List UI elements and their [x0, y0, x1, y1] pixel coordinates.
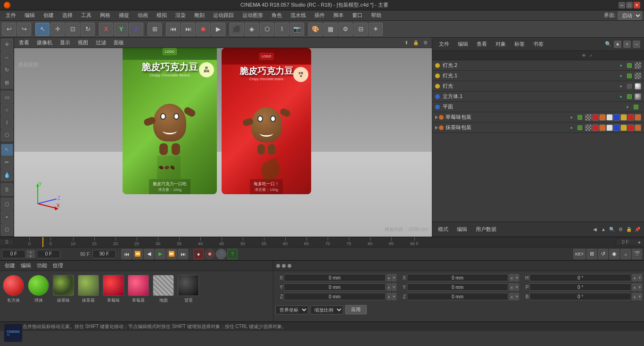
menu-snap[interactable]: 捕捉: [115, 11, 133, 20]
playback-end-field[interactable]: [92, 250, 116, 258]
pb-loop[interactable]: ↺: [598, 249, 608, 259]
rpb-search-icon[interactable]: 🔍: [608, 226, 616, 233]
timeline-playhead[interactable]: [42, 237, 43, 247]
lt-rotate[interactable]: ↻: [1, 64, 13, 76]
close-button[interactable]: ✕: [634, 2, 640, 8]
pb-play-fwd[interactable]: ▶: [155, 249, 165, 259]
scale-p-dn[interactable]: ▼: [637, 283, 642, 291]
viewport-options-menu[interactable]: 视图: [76, 39, 90, 47]
menu-file[interactable]: 文件: [2, 11, 20, 20]
viewport-canvas[interactable]: 透视视图 LOGO 脆皮巧克力豆 Crispy Chocolate Beans: [14, 48, 432, 237]
rot-x-field[interactable]: [407, 274, 509, 281]
mat-item-strawberry[interactable]: 草莓味: [103, 275, 124, 304]
render-view-button[interactable]: 🎨: [308, 23, 322, 36]
menu-pipeline[interactable]: 流水线: [287, 11, 310, 20]
playback-current-field[interactable]: [37, 250, 60, 258]
menu-character[interactable]: 角色: [268, 11, 286, 20]
menu-render[interactable]: 渲染: [172, 11, 190, 20]
expand-matcha-icon[interactable]: [435, 126, 438, 130]
rp-arrow-icon[interactable]: →: [633, 41, 640, 48]
rpb-edit-btn[interactable]: 编辑: [454, 225, 470, 234]
menu-edit[interactable]: 编辑: [21, 11, 39, 20]
obj-vis-cube[interactable]: ●: [618, 93, 624, 100]
redo-button[interactable]: ↪: [17, 23, 31, 36]
rpb-up-icon[interactable]: ▲: [600, 226, 607, 233]
obj-check-light1[interactable]: [626, 73, 633, 79]
pb-go-start[interactable]: ⏮: [121, 249, 132, 259]
lt-select-active[interactable]: ↖: [1, 144, 13, 156]
mat-texture-btn[interactable]: 纹理: [51, 262, 65, 270]
menu-tools[interactable]: 工具: [77, 11, 95, 20]
pb-playback-opts[interactable]: ⊞: [586, 249, 597, 259]
obj-vis-plane[interactable]: ●: [624, 104, 631, 110]
rot-y-dn[interactable]: ▼: [514, 283, 519, 291]
menu-select[interactable]: 选择: [58, 11, 76, 20]
lt-scale[interactable]: ↔: [1, 51, 13, 64]
scale-h-field[interactable]: [529, 274, 631, 281]
timeline-ruler[interactable]: 0 5 10 15 20 25 30 35 40 45 50 55 60 65 …: [28, 237, 616, 247]
pb-record[interactable]: ●: [193, 249, 204, 259]
rpb-lock-icon[interactable]: 🔒: [625, 226, 633, 233]
undo-button[interactable]: ↩: [2, 23, 16, 36]
pb-question[interactable]: ?: [227, 249, 238, 259]
viewport-filter-menu[interactable]: 过滤: [94, 39, 108, 47]
mat-item-rectangle[interactable]: 长方体: [3, 275, 24, 304]
obj-vis-light[interactable]: ●: [618, 83, 624, 90]
scale-h-dn[interactable]: ▼: [637, 274, 642, 281]
prev-frame-button[interactable]: ⏮: [166, 23, 180, 36]
obj-vis-matcha[interactable]: ●: [568, 124, 575, 131]
menu-window[interactable]: 窗口: [348, 11, 366, 20]
nurbs-button[interactable]: ◈: [245, 23, 259, 36]
rp-tab-bookmark[interactable]: 书签: [530, 40, 546, 49]
obj-row-cube[interactable]: 立方体.1 ●: [432, 91, 644, 102]
viewport-panel-menu[interactable]: 面板: [112, 39, 126, 47]
lt-point[interactable]: •: [1, 211, 13, 223]
pos-y-up[interactable]: ▲: [387, 283, 391, 291]
viewport-lock-icon[interactable]: 🔒: [412, 39, 420, 47]
pos-x-field[interactable]: [284, 274, 386, 281]
camera-button[interactable]: 📷: [290, 23, 304, 36]
pb-up-arrow[interactable]: ▲: [26, 250, 35, 254]
record-button[interactable]: ⏺: [196, 23, 210, 36]
lt-select-rect[interactable]: ▭: [1, 91, 13, 103]
rpb-mode-btn[interactable]: 模式: [435, 225, 451, 234]
pb-onion[interactable]: ◉: [609, 249, 619, 259]
rot-y-up[interactable]: ▲: [509, 283, 514, 291]
obj-vis-strawberry[interactable]: ●: [568, 114, 575, 121]
mat-function-btn[interactable]: 功能: [35, 262, 49, 270]
rotate-tool[interactable]: ↻: [81, 23, 95, 36]
rp-tab-tag[interactable]: 标签: [512, 40, 528, 49]
obj-check-matcha[interactable]: [577, 124, 583, 131]
axis-z-button[interactable]: Z: [129, 23, 143, 36]
pos-z-up[interactable]: ▲: [387, 293, 391, 300]
lt-transform[interactable]: ⊞: [1, 77, 13, 89]
pb-step-fwd[interactable]: ⏩: [166, 249, 177, 259]
pos-z-field[interactable]: [284, 293, 386, 300]
interface-mode-select[interactable]: 启动: [618, 11, 642, 20]
menu-sculpt[interactable]: 雕刻: [190, 11, 208, 20]
obj-check-light2[interactable]: [626, 62, 633, 69]
rp-star-icon[interactable]: ★: [614, 41, 621, 48]
obj-vis-light2[interactable]: ●: [618, 62, 624, 69]
lt-poly[interactable]: ◻: [1, 223, 13, 236]
cube-button[interactable]: ⬛: [230, 23, 244, 36]
pos-x-up[interactable]: ▲: [387, 274, 391, 281]
rot-z-up[interactable]: ▲: [509, 293, 514, 300]
mat-item-matcha[interactable]: 抹茶味: [53, 275, 74, 304]
menu-animate[interactable]: 动画: [134, 11, 152, 20]
mat-edit-btn[interactable]: 编辑: [19, 262, 33, 270]
object-list[interactable]: 👁 ✓ 灯光.2 ● 灯光.1 ●: [432, 51, 644, 222]
pos-z-dn[interactable]: ▼: [392, 293, 396, 300]
viewport-maximize-icon[interactable]: ⬆: [403, 39, 410, 47]
move-tool[interactable]: ✛: [50, 23, 65, 36]
rot-x-up[interactable]: ▲: [509, 274, 514, 281]
menu-help[interactable]: 帮助: [367, 11, 385, 20]
lt-select-free[interactable]: ⌇: [1, 116, 13, 129]
rpb-pin-icon[interactable]: 📌: [634, 226, 641, 233]
viewport-display-menu[interactable]: 显示: [58, 39, 72, 47]
rpb-userdata-btn[interactable]: 用户数据: [473, 225, 499, 234]
mat-item-ground[interactable]: 地面: [153, 275, 174, 304]
lt-move[interactable]: ✛: [1, 39, 13, 51]
scale-p-field[interactable]: [529, 283, 631, 291]
rot-x-dn[interactable]: ▼: [514, 274, 519, 281]
